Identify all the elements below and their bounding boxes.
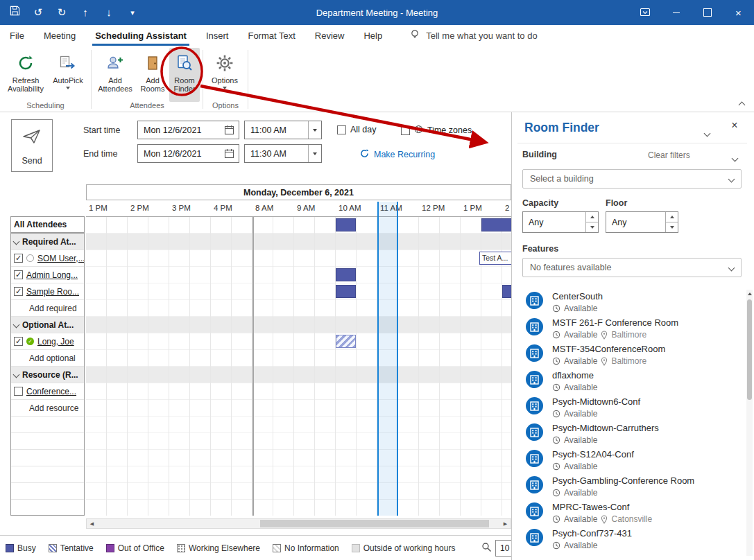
capacity-down-button[interactable] [586,222,598,232]
scrollbar-thumb[interactable] [260,520,489,527]
tab-scheduling-assistant[interactable]: Scheduling Assistant [85,25,196,46]
tab-help[interactable]: Help [354,25,392,46]
minimize-button[interactable] [660,0,692,25]
schedule-block-busy[interactable] [481,218,511,231]
all-day-option[interactable]: All day [337,125,377,134]
capacity-spinner[interactable]: Any [522,211,599,233]
timeline[interactable]: Test A... [86,216,511,516]
time-label: 9 AM [294,200,336,216]
room-list-item[interactable]: MSTF 261-F Conference RoomAvailableBalti… [512,313,746,340]
attendee-group-row[interactable]: Resource (R... [11,367,84,383]
room-list-item[interactable]: CenterSouthAvailable [512,287,746,313]
building-select[interactable]: Select a building [522,169,742,189]
tab-meeting[interactable]: Meeting [34,25,85,46]
calendar-icon[interactable] [224,148,234,159]
add-attendee-row[interactable]: Add required [11,300,84,317]
attendee-row[interactable]: ✓✓Long, Joe [11,333,84,350]
filters-chevron-icon[interactable] [732,151,737,164]
panel-scrollbar[interactable] [746,290,753,556]
attendee-checkbox[interactable]: ✓ [14,270,23,279]
row-label: Conference... [26,387,76,396]
tab-format-text[interactable]: Format Text [238,25,305,46]
autopick-button[interactable]: AutoPick [49,48,87,102]
collapse-ribbon-icon[interactable] [736,100,747,109]
room-list-item[interactable]: MSTF-354ConferenceRoomAvailableBaltimore [512,340,746,366]
room-list-item[interactable]: Psych-Gambling-Conference RoomAvailable [512,471,746,498]
tell-me-box[interactable]: Tell me what you want to do [410,29,537,42]
room-list-item[interactable]: dflaxhomeAvailable [512,366,746,392]
move-down-icon[interactable]: ↓ [103,0,115,25]
schedule-block-tentative[interactable] [336,335,356,348]
add-attendee-row[interactable]: Add optional [11,350,84,367]
legend-items: BusyTentativeOut of OfficeWorking Elsewh… [6,536,455,560]
attendee-row[interactable]: Conference... [11,383,84,400]
scroll-left-arrow[interactable]: ◀ [87,519,97,528]
undo-icon[interactable]: ↺ [32,0,44,25]
end-time-dropdown[interactable]: 11:30 AM [244,144,322,163]
panel-close-icon[interactable]: × [727,119,742,132]
end-date-input[interactable]: Mon 12/6/2021 [137,144,239,163]
room-list-item[interactable]: Psych-Midtown-CarruthersAvailable [512,419,746,445]
add-attendees-button[interactable]: Add Attendees [94,48,136,102]
schedule-block-busy[interactable] [336,268,356,281]
redo-icon[interactable]: ↻ [55,0,68,25]
start-time-dropdown[interactable]: 11:00 AM [244,121,322,139]
schedule-block-busy[interactable] [502,285,511,298]
calendar-icon[interactable] [224,125,234,135]
ribbon-display-options-icon[interactable] [629,0,660,25]
time-zones-option[interactable]: Time zones [401,125,472,136]
close-button[interactable]: × [723,0,754,25]
lightbulb-icon [410,29,420,42]
move-up-icon[interactable]: ↑ [79,0,92,25]
schedule-block-busy[interactable] [336,285,356,298]
floor-spinner[interactable]: Any [606,211,678,233]
tab-file[interactable]: File [0,25,34,46]
maximize-button[interactable] [692,0,723,25]
room-list-item[interactable]: Psych-S12A04-ConfAvailable [512,445,746,471]
attendee-row[interactable]: ✓Sample Roo... [11,283,84,300]
panel-options-chevron-icon[interactable] [705,126,710,139]
attendee-checkbox[interactable] [14,387,23,396]
all-day-checkbox[interactable] [337,125,346,134]
attendee-row[interactable]: ✓Admin Long... [11,267,84,283]
send-button[interactable]: Send [11,119,53,172]
customize-quick-access-icon[interactable]: ▾ [126,0,139,25]
room-finder-button[interactable]: Room Finder [169,48,200,102]
start-date-input[interactable]: Mon 12/6/2021 [137,121,239,139]
tab-review[interactable]: Review [305,25,354,46]
features-select[interactable]: No features available [522,258,742,277]
scroll-right-arrow[interactable]: ▶ [500,519,511,528]
floor-down-button[interactable] [666,222,678,232]
add-attendee-row[interactable]: Add resource [11,400,84,417]
room-list-item[interactable]: Psych-Midtown6-ConfAvailable [512,392,746,419]
schedule-block-appointment[interactable]: Test A... [479,252,511,265]
attendee-row[interactable]: ✓SOM User,... [11,250,84,267]
attendee-group-row[interactable]: Optional At... [11,317,84,333]
dropdown-arrow-icon[interactable] [308,121,321,139]
schedule-block-busy[interactable] [336,218,356,231]
ribbon-group-attendees: Add Attendees Add Rooms Room Finder Atte… [92,46,203,112]
make-recurring-link[interactable]: Make Recurring [359,148,435,161]
panel-scrollbar-thumb[interactable] [747,299,752,400]
selected-time-band[interactable] [377,202,398,516]
time-zones-checkbox[interactable] [401,126,410,135]
attendee-checkbox[interactable]: ✓ [14,287,23,296]
floor-up-button[interactable] [666,212,678,222]
capacity-up-button[interactable] [586,212,598,222]
clear-filters-link[interactable]: Clear filters [648,150,690,160]
refresh-availability-button[interactable]: Refresh Availability [4,48,47,102]
add-rooms-button[interactable]: Add Rooms [136,48,169,102]
attendee-checkbox[interactable]: ✓ [14,337,23,346]
attendee-group-row[interactable]: Required At... [11,234,84,250]
room-list-item[interactable]: Psych-Conf737-431Available [512,524,746,550]
options-button[interactable]: Options [205,48,245,102]
horizontal-scrollbar[interactable]: ◀ ▶ [86,518,511,529]
save-icon[interactable] [8,0,21,25]
room-list-item[interactable]: MPRC-Tawes-ConfAvailableCatonsville [512,498,746,524]
row-label: Required At... [22,237,76,247]
attendee-checkbox[interactable]: ✓ [14,254,23,263]
room-availability: Available [564,356,597,366]
tab-insert[interactable]: Insert [196,25,239,46]
clock-icon [552,357,560,365]
dropdown-arrow-icon[interactable] [308,145,321,162]
